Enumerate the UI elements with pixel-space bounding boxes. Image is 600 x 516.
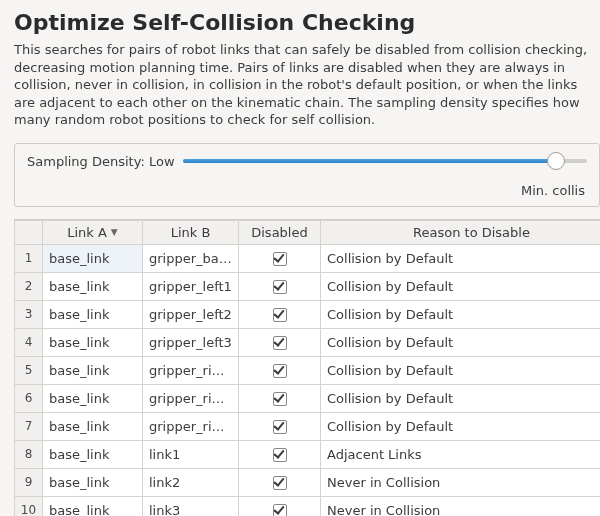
table-row[interactable]: 5base_linkgripper_rig…Collision by Defau… (15, 356, 601, 384)
cell-reason[interactable]: Collision by Default (321, 300, 601, 328)
column-header-link-b[interactable]: Link B (143, 220, 239, 244)
cell-disabled[interactable] (239, 272, 321, 300)
cell-disabled[interactable] (239, 468, 321, 496)
cell-link-a[interactable]: base_link (43, 244, 143, 272)
column-header-rownum[interactable] (15, 220, 43, 244)
cell-disabled[interactable] (239, 356, 321, 384)
table-row[interactable]: 1base_linkgripper_baseCollision by Defau… (15, 244, 601, 272)
cell-link-a[interactable]: base_link (43, 356, 143, 384)
row-number[interactable]: 4 (15, 328, 43, 356)
column-label: Disabled (251, 225, 307, 240)
table-row[interactable]: 7base_linkgripper_rig…Collision by Defau… (15, 412, 601, 440)
table-row[interactable]: 3base_linkgripper_left2Collision by Defa… (15, 300, 601, 328)
cell-disabled[interactable] (239, 300, 321, 328)
page-title: Optimize Self-Collision Checking (14, 10, 600, 35)
cell-link-b[interactable]: link1 (143, 440, 239, 468)
row-number[interactable]: 3 (15, 300, 43, 328)
checkbox-icon[interactable] (273, 504, 287, 516)
cell-link-a[interactable]: base_link (43, 384, 143, 412)
cell-disabled[interactable] (239, 412, 321, 440)
table-row[interactable]: 9base_linklink2Never in Collision (15, 468, 601, 496)
row-number[interactable]: 6 (15, 384, 43, 412)
table-row[interactable]: 2base_linkgripper_left1Collision by Defa… (15, 272, 601, 300)
checkbox-icon[interactable] (273, 448, 287, 462)
slider-fill (183, 159, 555, 163)
cell-link-a[interactable]: base_link (43, 272, 143, 300)
column-label: Link A (67, 225, 107, 240)
cell-disabled[interactable] (239, 384, 321, 412)
cell-link-b[interactable]: gripper_rig… (143, 384, 239, 412)
row-number[interactable]: 5 (15, 356, 43, 384)
cell-link-a[interactable]: base_link (43, 412, 143, 440)
table-row[interactable]: 8base_linklink1Adjacent Links (15, 440, 601, 468)
cell-link-b[interactable]: gripper_rig… (143, 412, 239, 440)
row-number[interactable]: 8 (15, 440, 43, 468)
cell-link-b[interactable]: gripper_left1 (143, 272, 239, 300)
column-label: Reason to Disable (413, 225, 530, 240)
cell-reason[interactable]: Collision by Default (321, 272, 601, 300)
collision-table-wrap: Link A ▼ Link B Disabled Reason to Disab… (14, 219, 600, 516)
cell-reason[interactable]: Collision by Default (321, 412, 601, 440)
collision-table: Link A ▼ Link B Disabled Reason to Disab… (14, 220, 600, 516)
checkbox-icon[interactable] (273, 364, 287, 378)
table-row[interactable]: 6base_linkgripper_rig…Collision by Defau… (15, 384, 601, 412)
cell-disabled[interactable] (239, 328, 321, 356)
cell-reason[interactable]: Collision by Default (321, 328, 601, 356)
row-number[interactable]: 10 (15, 496, 43, 516)
checkbox-icon[interactable] (273, 392, 287, 406)
sort-indicator-icon: ▼ (111, 227, 118, 237)
row-number[interactable]: 9 (15, 468, 43, 496)
checkbox-icon[interactable] (273, 420, 287, 434)
cell-link-a[interactable]: base_link (43, 496, 143, 516)
column-label: Link B (171, 225, 211, 240)
checkbox-icon[interactable] (273, 476, 287, 490)
cell-disabled[interactable] (239, 496, 321, 516)
sampling-density-slider[interactable] (183, 154, 587, 168)
table-row[interactable]: 4base_linkgripper_left3Collision by Defa… (15, 328, 601, 356)
cell-link-a[interactable]: base_link (43, 328, 143, 356)
table-row[interactable]: 10base_linklink3Never in Collision (15, 496, 601, 516)
cell-link-a[interactable]: base_link (43, 300, 143, 328)
column-header-disabled[interactable]: Disabled (239, 220, 321, 244)
checkbox-icon[interactable] (273, 308, 287, 322)
cell-reason[interactable]: Never in Collision (321, 496, 601, 516)
column-header-link-a[interactable]: Link A ▼ (43, 220, 143, 244)
cell-link-b[interactable]: gripper_left2 (143, 300, 239, 328)
cell-reason[interactable]: Collision by Default (321, 384, 601, 412)
cell-link-a[interactable]: base_link (43, 468, 143, 496)
cell-link-a[interactable]: base_link (43, 440, 143, 468)
checkbox-icon[interactable] (273, 336, 287, 350)
cell-reason[interactable]: Never in Collision (321, 468, 601, 496)
sampling-density-label: Sampling Density: Low (27, 154, 175, 169)
checkbox-icon[interactable] (273, 252, 287, 266)
cell-link-b[interactable]: link2 (143, 468, 239, 496)
cell-link-b[interactable]: gripper_base (143, 244, 239, 272)
row-number[interactable]: 2 (15, 272, 43, 300)
cell-link-b[interactable]: link3 (143, 496, 239, 516)
sampling-panel: Sampling Density: Low Min. collis (14, 143, 600, 207)
column-header-reason[interactable]: Reason to Disable (321, 220, 601, 244)
checkbox-icon[interactable] (273, 280, 287, 294)
cell-link-b[interactable]: gripper_rig… (143, 356, 239, 384)
min-collisions-label: Min. collis (27, 183, 587, 198)
slider-thumb[interactable] (547, 152, 565, 170)
cell-disabled[interactable] (239, 244, 321, 272)
cell-reason[interactable]: Collision by Default (321, 356, 601, 384)
row-number[interactable]: 1 (15, 244, 43, 272)
cell-link-b[interactable]: gripper_left3 (143, 328, 239, 356)
cell-reason[interactable]: Adjacent Links (321, 440, 601, 468)
page-description: This searches for pairs of robot links t… (14, 41, 600, 129)
cell-disabled[interactable] (239, 440, 321, 468)
row-number[interactable]: 7 (15, 412, 43, 440)
cell-reason[interactable]: Collision by Default (321, 244, 601, 272)
